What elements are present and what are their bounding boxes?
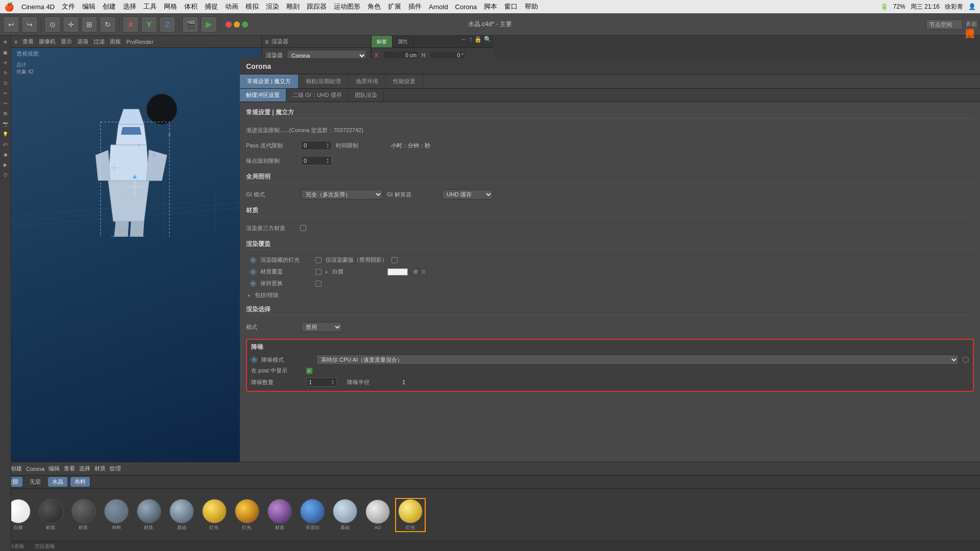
tab-team-render[interactable]: 团队渲染 [349, 89, 384, 102]
mat-basic[interactable]: 基础 [167, 499, 196, 531]
tab-general[interactable]: 常规设置 | 魔立方 [240, 74, 299, 88]
panel-menu[interactable]: 面板 [110, 38, 121, 45]
bottom-corona[interactable]: Corona [26, 466, 44, 472]
denoise-count-input[interactable]: 1 ▲ ▼ [306, 378, 337, 387]
move-icon[interactable]: ✛ [1, 58, 10, 67]
node-space-select[interactable]: 节点空间 [926, 19, 963, 30]
mat-material-1[interactable]: 材质. [37, 499, 65, 531]
live-select-button[interactable]: ⊙ [44, 16, 61, 33]
window-close-button[interactable] [226, 21, 232, 28]
menu-simulate[interactable]: 模拟 [246, 2, 259, 11]
window-minimize-button[interactable] [234, 21, 240, 28]
mat-override-checkbox[interactable] [315, 269, 322, 275]
hidden-lights-checkbox[interactable] [315, 257, 322, 263]
spline-icon[interactable]: 〜 [1, 99, 10, 108]
menu-mesh[interactable]: 网格 [164, 2, 177, 11]
camera-menu[interactable]: 摄像机 [39, 38, 56, 45]
options-menu[interactable]: 选项 [77, 38, 88, 45]
region-mode-select[interactable]: 禁用 [301, 322, 342, 332]
nav-left-icon[interactable]: ← [461, 36, 467, 47]
menu-sculpt[interactable]: 雕刻 [286, 2, 300, 11]
filter-cloth[interactable]: 布料 [70, 477, 90, 487]
noise-down[interactable]: ▼ [326, 161, 329, 164]
scale2-icon[interactable]: ⊡ [1, 79, 10, 88]
keep-checkbox[interactable] [315, 281, 322, 287]
render-icon-left[interactable]: ▶ [1, 160, 10, 169]
deform-icon[interactable]: ⌘ [1, 109, 10, 118]
bottom-select[interactable]: 选择 [79, 465, 90, 472]
pass-limit-input[interactable]: 0 ▲ ▼ [301, 141, 332, 150]
undo-button[interactable]: ↩ [3, 16, 19, 33]
count-down[interactable]: ▼ [331, 382, 334, 385]
bottom-material[interactable]: 材质 [94, 465, 106, 472]
denoise-post-checkbox[interactable]: ✓ [306, 368, 312, 374]
menu-edit[interactable]: 编辑 [82, 2, 95, 11]
move-button[interactable]: ✛ [63, 16, 79, 33]
play-button[interactable]: ▶ [201, 16, 217, 33]
bottom-edit[interactable]: 编辑 [48, 465, 60, 472]
mat-cloth[interactable]: 布料 [102, 499, 131, 531]
render-button[interactable]: 🎬 [182, 16, 199, 33]
menu-icon[interactable]: ≡ [14, 39, 17, 45]
swatch-btn-2[interactable]: ↕ [420, 268, 427, 276]
nav-up-icon[interactable]: ↑ [469, 36, 472, 47]
menu-select[interactable]: 选择 [123, 2, 136, 11]
menu-character[interactable]: 角色 [368, 2, 381, 11]
knife-icon[interactable]: ✂ [1, 89, 10, 98]
mat-basic-2[interactable]: 基础 [331, 499, 359, 531]
scale-button[interactable]: ⊞ [81, 16, 97, 33]
menu-corona[interactable]: Corona [455, 3, 477, 11]
light-icon[interactable]: 💡 [1, 130, 10, 139]
mat-fresnel[interactable]: 菲涅尔 [298, 499, 327, 531]
z-axis-button[interactable]: Z [159, 16, 176, 33]
camera-icon[interactable]: 📷 [1, 119, 10, 129]
bottom-view[interactable]: 查看 [64, 465, 75, 472]
pass-limit-arrows[interactable]: ▲ ▼ [326, 142, 329, 148]
menu-volume[interactable]: 体积 [184, 2, 198, 11]
animation-icon[interactable]: ⏱ [1, 170, 10, 180]
swatch-btn-1[interactable]: ⊞ [412, 268, 419, 276]
bottom-texture[interactable]: 纹理 [110, 465, 121, 472]
menu-render[interactable]: 渲染 [266, 2, 279, 11]
window-maximize-button[interactable] [242, 21, 248, 28]
mat-expand-icon[interactable]: ▸ [326, 269, 328, 274]
white-film-color[interactable] [387, 268, 408, 276]
tab-camera[interactable]: 相机/后期处理 [299, 74, 349, 88]
prorender-menu[interactable]: ProRender [126, 39, 153, 45]
denoise-mode-radio[interactable] [251, 357, 257, 363]
menu-script[interactable]: 脚本 [484, 2, 497, 11]
menu-snap[interactable]: 捕捉 [205, 2, 218, 11]
pass-limit-down[interactable]: ▼ [326, 145, 329, 148]
noise-limit-arrows[interactable]: ▲ ▼ [326, 158, 329, 164]
filter-crystal[interactable]: 水晶 [48, 477, 67, 487]
denoise-mode-radio2[interactable] [963, 357, 969, 363]
viewport-canvas[interactable]: 透视视图 总计 对象 42 [11, 48, 261, 527]
mat-material-4[interactable]: 材质 [265, 499, 294, 531]
mat-light-1[interactable]: 灯光. [200, 499, 229, 531]
mat-override-radio[interactable] [250, 269, 256, 275]
keep-replace-radio[interactable] [250, 281, 256, 287]
material-icon-left[interactable]: ◉ [1, 150, 10, 159]
filter-menu[interactable]: 过滤 [93, 38, 105, 45]
tab-perf[interactable]: 性能设置 [386, 74, 423, 88]
menu-mograph[interactable]: 运动图形 [334, 2, 360, 11]
x-axis-button[interactable]: X [122, 16, 139, 33]
menu-extend[interactable]: 扩展 [388, 2, 401, 11]
menu-arnold[interactable]: Arnold [429, 3, 448, 11]
menu-tools[interactable]: 工具 [143, 2, 157, 11]
denoise-count-arrows[interactable]: ▲ ▼ [331, 379, 334, 385]
search-icon[interactable]: 🔍 [484, 36, 492, 47]
mat-light-selected[interactable]: 灯光 [396, 499, 425, 531]
tab-tags[interactable]: 标签 [372, 36, 393, 47]
hidden-lights-radio[interactable] [250, 257, 256, 263]
user-avatar-icon[interactable]: 👤 [968, 3, 976, 10]
rotate-icon[interactable]: ↻ [1, 68, 10, 78]
lock-icon[interactable]: 🔒 [474, 36, 482, 47]
tab-frame-buffer[interactable]: 帧缓冲区设置 [240, 89, 286, 102]
mat-ao[interactable]: AO [363, 499, 392, 530]
apple-menu[interactable]: 🍎 [4, 2, 14, 12]
noise-limit-input[interactable]: 0 ▲ ▼ [301, 156, 332, 165]
menu-animate[interactable]: 动画 [225, 2, 238, 11]
menu-plugins[interactable]: 插件 [408, 2, 422, 11]
third-party-checkbox[interactable] [300, 225, 306, 231]
